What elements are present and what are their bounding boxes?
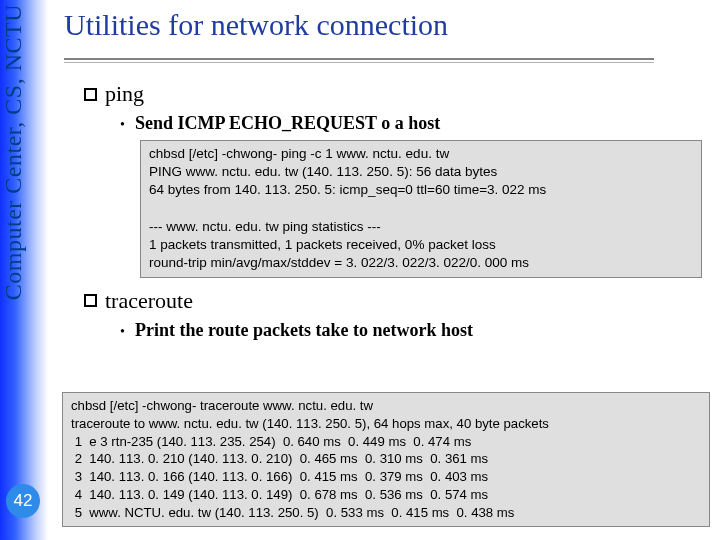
- bullet-traceroute-label: traceroute: [105, 288, 193, 314]
- left-gradient-strip: Computer Center, CS, NCTU: [0, 0, 48, 540]
- code-block-traceroute: chbsd [/etc] -chwong- traceroute www. nc…: [62, 392, 710, 527]
- bullet-traceroute: traceroute: [84, 288, 702, 314]
- dot-bullet-icon: •: [120, 118, 125, 132]
- code-block-ping: chbsd [/etc] -chwong- ping -c 1 www. nct…: [140, 140, 702, 278]
- organization-label: Computer Center, CS, NCTU: [0, 4, 27, 300]
- subbullet-ping: • Send ICMP ECHO_REQUEST o a host: [120, 113, 702, 134]
- square-bullet-icon: [84, 294, 97, 307]
- bullet-ping-label: ping: [105, 81, 144, 107]
- square-bullet-icon: [84, 88, 97, 101]
- code-block-traceroute-wrapper: chbsd [/etc] -chwong- traceroute www. nc…: [58, 388, 710, 527]
- subbullet-traceroute-label: Print the route packets take to network …: [135, 320, 473, 341]
- page-title: Utilities for network connection: [64, 8, 702, 42]
- subbullet-ping-label: Send ICMP ECHO_REQUEST o a host: [135, 113, 440, 134]
- page-number-badge: 42: [6, 484, 40, 518]
- content-area: Utilities for network connection ping • …: [64, 8, 702, 347]
- dot-bullet-icon: •: [120, 325, 125, 339]
- slide: Computer Center, CS, NCTU 42 Utilities f…: [0, 0, 720, 540]
- title-rule-thin: [64, 62, 654, 63]
- bullet-ping: ping: [84, 81, 702, 107]
- title-rule-thick: [64, 58, 654, 60]
- subbullet-traceroute: • Print the route packets take to networ…: [120, 320, 702, 341]
